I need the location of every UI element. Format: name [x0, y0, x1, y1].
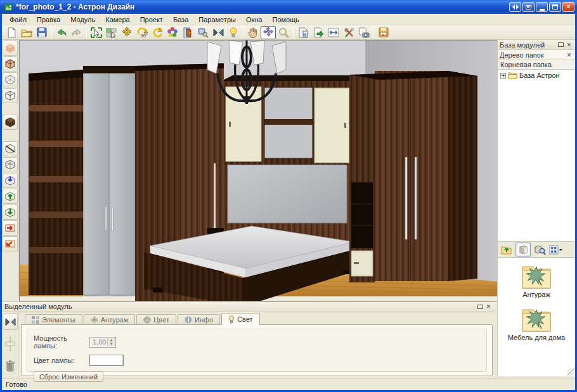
undo-icon[interactable]	[54, 26, 69, 39]
selected-module-panel: Выделенный модуль ✕ Элементы Антураж	[2, 301, 495, 378]
info-icon	[185, 316, 192, 324]
select-module-icon[interactable]	[104, 26, 119, 39]
nav-arrows-button[interactable]	[509, 2, 521, 12]
folder-up-icon[interactable]	[499, 243, 514, 256]
close-panel-icon[interactable]: ✕	[565, 41, 573, 49]
open-folder-icon[interactable]	[19, 26, 34, 39]
float-panel-icon[interactable]	[557, 41, 565, 49]
orbit-camera-icon[interactable]	[261, 26, 276, 39]
move-icon[interactable]	[119, 26, 134, 39]
viewport-3d-scene[interactable]	[20, 41, 498, 301]
box-export-green-up-icon[interactable]	[3, 189, 18, 204]
tab-elements[interactable]: Элементы	[25, 314, 82, 325]
mirror-module-icon[interactable]	[3, 313, 18, 330]
float-window-button[interactable]	[522, 2, 535, 12]
new-document-icon[interactable]	[4, 26, 19, 39]
menu-file[interactable]: Файл	[4, 15, 32, 25]
hidden-line-cube-icon[interactable]	[3, 88, 18, 103]
tree-column-header[interactable]: Корневая папка	[498, 60, 575, 70]
ghost-cube-icon[interactable]	[3, 157, 18, 172]
menu-windows[interactable]: Окна	[241, 15, 268, 25]
close-tree-icon[interactable]: ✕	[565, 51, 573, 59]
tab-color[interactable]: Цвет	[136, 314, 176, 325]
mirror-icon[interactable]	[211, 26, 226, 39]
module-base-header[interactable]: База модулей ✕	[498, 40, 575, 50]
save-icon[interactable]	[34, 26, 49, 39]
door-icon[interactable]	[180, 26, 195, 39]
rotate-free-icon[interactable]	[150, 26, 165, 39]
box-red-arrow-icon[interactable]	[3, 220, 18, 236]
float-panel-icon[interactable]	[476, 303, 484, 310]
shaded-cube-icon[interactable]	[3, 41, 18, 56]
redo-icon[interactable]	[69, 26, 84, 39]
lamp-color-label: Цвет лампы:	[34, 357, 89, 364]
folder-item-label: Мебель для дома	[508, 334, 565, 341]
lamp-settings-group: Мощность лампы: 1,00 ▲▼ Цвет лампы: Сбро…	[27, 329, 487, 372]
module-base-title: База модулей	[500, 41, 557, 49]
bulb-icon	[228, 315, 235, 324]
specification-icon[interactable]	[295, 26, 311, 39]
box-orange-arrow-icon[interactable]	[3, 236, 18, 251]
tab-antourage[interactable]: Антураж	[84, 314, 136, 325]
lamp-icon[interactable]	[226, 26, 241, 39]
box-import-blue-icon[interactable]	[3, 173, 18, 188]
close-panel-icon[interactable]: ✕	[484, 303, 493, 310]
viewport-3d[interactable]	[19, 40, 499, 301]
menu-help[interactable]: Помощь	[267, 15, 304, 25]
tab-info[interactable]: Инфо	[178, 314, 220, 325]
left-shelf-column[interactable]	[29, 70, 85, 295]
module-tabs: Элементы Антураж Цвет Инфо Свет	[21, 313, 493, 325]
menu-camera[interactable]: Камера	[100, 15, 134, 25]
delete-trash-icon[interactable]	[3, 358, 18, 374]
module-folder-list[interactable]: Антураж Мебель для дома	[498, 258, 575, 376]
view-mode-grid-icon[interactable]	[548, 243, 564, 256]
folder-tree-header[interactable]: Дерево папок ✕	[498, 50, 575, 60]
level-slider-icon[interactable]	[3, 336, 18, 352]
spinner-arrows-icon[interactable]: ▲▼	[107, 338, 115, 346]
menu-module[interactable]: Модуль	[65, 15, 100, 25]
snapshot-icon[interactable]	[356, 26, 372, 39]
expand-icon[interactable]	[500, 73, 506, 79]
right-shelf-column[interactable]	[349, 75, 375, 282]
folder-item-home-furniture[interactable]: Мебель для дома	[498, 305, 575, 341]
zoom-magnifier-icon[interactable]	[276, 26, 291, 39]
title-bar[interactable]: *for_photo_1_2 - Астрон Дизайн ×	[0, 0, 577, 14]
tab-light[interactable]: Свет	[221, 313, 259, 325]
module-actions-toolbar	[2, 312, 19, 378]
box-import-green-down-icon[interactable]	[3, 205, 18, 220]
dimensions-icon[interactable]	[326, 26, 341, 39]
menu-parameters[interactable]: Параметры	[193, 15, 241, 25]
menu-edit[interactable]: Правка	[32, 15, 65, 25]
solid-cube-icon[interactable]	[3, 56, 18, 72]
select-cursor-icon[interactable]	[89, 26, 104, 39]
rotate-90-icon[interactable]: 90°	[134, 26, 150, 39]
reset-changes-button[interactable]: Сброс Изменений	[34, 371, 103, 382]
close-button[interactable]: ×	[562, 2, 574, 12]
menu-base[interactable]: База	[168, 15, 193, 25]
status-text: Готово	[6, 381, 27, 388]
folder-item-antourage[interactable]: Антураж	[498, 262, 575, 298]
mirror-door-wardrobe[interactable]	[83, 66, 135, 296]
selected-module-header[interactable]: Выделенный модуль ✕	[2, 302, 495, 312]
save-image-icon[interactable]	[376, 26, 391, 39]
module-search-icon[interactable]	[532, 243, 547, 256]
minimize-button[interactable]	[536, 2, 548, 12]
materials-flower-icon[interactable]	[165, 26, 180, 39]
resize-grip[interactable]	[567, 369, 574, 376]
pan-hand-icon[interactable]	[245, 26, 261, 39]
maximize-button[interactable]	[549, 2, 561, 12]
lamp-power-spinner[interactable]: 1,00 ▲▼	[89, 337, 116, 348]
lamp-color-swatch[interactable]	[89, 355, 124, 366]
folder-tree[interactable]: База Астрон	[498, 70, 575, 242]
view-module-icon[interactable]	[195, 26, 211, 39]
module-box-icon[interactable]	[515, 243, 531, 256]
section-cube-icon[interactable]	[3, 141, 18, 156]
textured-cube-icon[interactable]	[3, 115, 18, 130]
tools-icon[interactable]	[341, 26, 356, 39]
tree-item-label: База Астрон	[519, 72, 560, 79]
menu-project[interactable]: Проект	[135, 15, 168, 25]
tree-item-root[interactable]: База Астрон	[498, 72, 575, 79]
export-page-icon[interactable]	[311, 26, 326, 39]
wireframe-cube-icon[interactable]	[3, 72, 18, 87]
bridge-cabinet[interactable]	[221, 75, 365, 165]
